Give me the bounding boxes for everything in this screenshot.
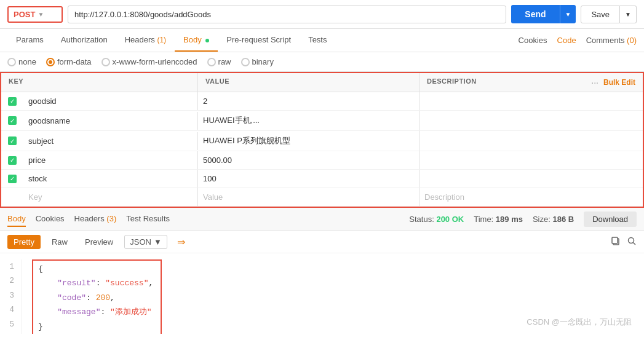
time-label: Time: 189 ms [474, 215, 523, 224]
row-key-5[interactable]: stock [23, 170, 198, 188]
top-bar: POST ▼ Send ▼ Save ▼ [0, 0, 644, 29]
resp-tab-body[interactable]: Body [7, 212, 26, 227]
radio-urlencoded[interactable]: x-www-form-urlencoded [101, 57, 197, 66]
row-checkbox-3[interactable]: ✓ [1, 136, 23, 145]
row-desc-1[interactable] [419, 97, 643, 106]
bulk-edit-dots-icon[interactable]: ··· [591, 77, 598, 87]
code-link[interactable]: Code [557, 36, 576, 45]
format-label: JSON [130, 237, 151, 247]
th-actions: ··· Bulk Edit [584, 73, 643, 92]
send-button-group: Send ▼ [511, 5, 576, 23]
radio-raw[interactable]: raw [207, 57, 231, 66]
tab-body[interactable]: Body [175, 29, 218, 52]
row-key-3[interactable]: subject [23, 132, 198, 150]
search-icon[interactable] [627, 236, 637, 248]
response-format-bar: Pretty Raw Preview JSON ▼ ⇒ [0, 231, 644, 253]
wrap-icon[interactable]: ⇒ [177, 236, 185, 248]
response-tabs: Body Cookies Headers (3) Test Results [7, 212, 170, 227]
row-desc-5[interactable] [419, 175, 643, 183]
radio-none[interactable]: none [7, 57, 36, 66]
row-desc-3[interactable] [419, 136, 643, 145]
row-value-2[interactable]: HUAWEI手机,... [198, 111, 419, 130]
save-dropdown-icon[interactable]: ▼ [620, 6, 637, 23]
svg-line-3 [634, 243, 636, 245]
method-dropdown-icon: ▼ [38, 11, 44, 18]
fmt-tab-pretty[interactable]: Pretty [7, 235, 41, 249]
row-checkbox-4[interactable]: ✓ [1, 156, 23, 165]
response-status: Status: 200 OK Time: 189 ms Size: 186 B … [409, 212, 637, 227]
row-value-3[interactable]: HUAWEI P系列旗舰机型 [198, 131, 419, 151]
method-label: POST [14, 10, 35, 19]
row-checkbox-2[interactable]: ✓ [1, 116, 23, 125]
format-selector[interactable]: JSON ▼ [124, 235, 167, 249]
body-options: none form-data x-www-form-urlencoded raw… [0, 52, 644, 72]
response-icons [611, 236, 637, 248]
request-params-table: KEY VALUE DESCRIPTION ··· Bulk Edit ✓ go… [0, 72, 644, 208]
svg-rect-1 [612, 237, 618, 243]
svg-point-2 [629, 238, 634, 243]
bulk-edit-button[interactable]: Bulk Edit [603, 78, 635, 87]
row-desc-2[interactable] [419, 116, 643, 125]
tab-params[interactable]: Params [7, 29, 52, 52]
row-desc-4[interactable] [419, 156, 643, 165]
radio-binary-circle [241, 58, 250, 66]
tab-pre-request[interactable]: Pre-request Script [218, 29, 300, 52]
time-value: 189 ms [496, 215, 523, 224]
row-checkbox-1[interactable]: ✓ [1, 97, 23, 106]
size-value: 186 B [552, 215, 574, 224]
row-value-4[interactable]: 5000.00 [198, 151, 419, 169]
row-key-1[interactable]: goodsid [23, 92, 198, 110]
th-value: VALUE [198, 73, 419, 92]
table-row: ✓ goodsid 2 [1, 92, 643, 111]
row-checkbox-5[interactable]: ✓ [1, 175, 23, 183]
size-label: Size: 186 B [533, 215, 574, 224]
method-selector[interactable]: POST ▼ [7, 6, 63, 23]
empty-row-key: Key [23, 188, 198, 206]
nav-tabs: Params Authorization Headers (1) Body Pr… [0, 29, 644, 52]
table-row: ✓ goodsname HUAWEI手机,... [1, 111, 643, 131]
comments-link[interactable]: Comments (0) [586, 36, 637, 45]
radio-raw-circle [207, 58, 216, 66]
copy-icon[interactable] [611, 236, 621, 248]
radio-form-data-circle [46, 58, 55, 66]
row-key-4[interactable]: price [23, 151, 198, 169]
resp-tab-cookies[interactable]: Cookies [36, 212, 65, 227]
fmt-tab-preview[interactable]: Preview [79, 235, 119, 249]
th-key: KEY [1, 73, 198, 92]
table-row: ✓ subject HUAWEI P系列旗舰机型 [1, 131, 643, 151]
resp-tab-test-results[interactable]: Test Results [126, 212, 170, 227]
nav-right: Cookies Code Comments (0) [519, 36, 637, 45]
fmt-tab-raw[interactable]: Raw [46, 235, 74, 249]
url-input[interactable] [68, 6, 506, 23]
table-header: KEY VALUE DESCRIPTION ··· Bulk Edit [1, 73, 643, 92]
empty-row-desc: Description [419, 188, 643, 206]
radio-urlencoded-circle [101, 58, 110, 66]
format-dropdown-icon: ▼ [154, 237, 162, 247]
tab-tests[interactable]: Tests [300, 29, 335, 52]
tab-authorization[interactable]: Authorization [52, 29, 116, 52]
row-key-2[interactable]: goodsname [23, 112, 198, 130]
radio-none-circle [7, 58, 16, 66]
save-button-group: Save ▼ [581, 6, 637, 23]
row-value-1[interactable]: 2 [198, 92, 419, 110]
line-numbers: 1 2 3 4 5 [0, 259, 22, 334]
status-label: Status: 200 OK [409, 215, 464, 224]
cookies-link[interactable]: Cookies [519, 36, 547, 45]
download-button[interactable]: Download [584, 212, 637, 227]
radio-form-data[interactable]: form-data [46, 57, 92, 66]
json-response-block: { "result": "success", "code": 200, "mes… [32, 259, 162, 334]
resp-tab-headers[interactable]: Headers (3) [74, 212, 117, 227]
send-dropdown-icon[interactable]: ▼ [560, 5, 576, 23]
send-button[interactable]: Send [511, 5, 559, 23]
empty-row-value: Value [198, 188, 419, 206]
tab-headers[interactable]: Headers (1) [116, 29, 175, 52]
th-description: DESCRIPTION [419, 73, 584, 92]
radio-binary[interactable]: binary [241, 57, 274, 66]
row-value-5[interactable]: 100 [198, 170, 419, 188]
empty-row[interactable]: Key Value Description [1, 188, 643, 207]
status-value: 200 OK [436, 215, 464, 224]
save-button[interactable]: Save [581, 6, 620, 23]
watermark: CSDN @一念既出，万山无阻 [527, 317, 632, 328]
table-row: ✓ stock 100 [1, 170, 643, 188]
table-row: ✓ price 5000.00 [1, 151, 643, 170]
